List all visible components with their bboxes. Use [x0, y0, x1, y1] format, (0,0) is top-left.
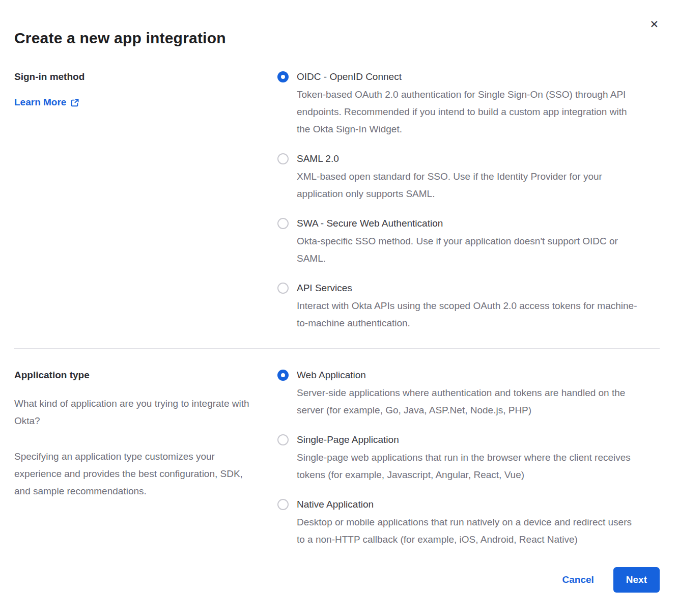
- radio-option-swa[interactable]: SWA - Secure Web Authentication Okta-spe…: [277, 218, 642, 267]
- radio-option-description: XML-based open standard for SSO. Use if …: [297, 168, 642, 203]
- application-type-section: Application type What kind of applicatio…: [14, 370, 660, 548]
- section-divider: [14, 348, 660, 349]
- application-type-options: Web Application Server-side applications…: [277, 370, 642, 548]
- radio-option-description: Single-page web applications that run in…: [297, 449, 642, 484]
- sign-in-method-section: Sign-in method Learn More OIDC - OpenID …: [14, 71, 660, 332]
- radio-option-native-application[interactable]: Native Application Desktop or mobile app…: [277, 499, 642, 548]
- radio-unselected-icon[interactable]: [277, 499, 289, 510]
- radio-option-description: Token-based OAuth 2.0 authentication for…: [297, 86, 642, 138]
- learn-more-label: Learn More: [14, 97, 66, 108]
- radio-option-web-application[interactable]: Web Application Server-side applications…: [277, 370, 642, 419]
- radio-option-description: Desktop or mobile applications that run …: [297, 514, 642, 548]
- learn-more-link[interactable]: Learn More: [14, 97, 79, 108]
- radio-option-api-services[interactable]: API Services Interact with Okta APIs usi…: [277, 283, 642, 332]
- next-button[interactable]: Next: [613, 567, 660, 593]
- application-type-label: Application type: [14, 370, 267, 381]
- radio-option-oidc[interactable]: OIDC - OpenID Connect Token-based OAuth …: [277, 71, 642, 138]
- radio-option-label: OIDC - OpenID Connect: [297, 71, 642, 82]
- dialog-title: Create a new app integration: [14, 30, 660, 47]
- radio-option-description: Server-side applications where authentic…: [297, 384, 642, 419]
- radio-option-label: Native Application: [297, 499, 642, 510]
- create-app-integration-dialog: ✕ Create a new app integration Sign-in m…: [0, 0, 678, 616]
- external-link-icon: [70, 97, 79, 107]
- application-type-helper-1: What kind of application are you trying …: [14, 395, 259, 430]
- cancel-button[interactable]: Cancel: [562, 574, 594, 585]
- radio-selected-icon[interactable]: [277, 370, 289, 381]
- radio-option-label: Web Application: [297, 370, 642, 381]
- dialog-footer: Cancel Next: [562, 567, 660, 593]
- radio-unselected-icon[interactable]: [277, 434, 289, 445]
- radio-option-label: SWA - Secure Web Authentication: [297, 218, 642, 229]
- radio-option-label: API Services: [297, 283, 642, 294]
- close-icon[interactable]: ✕: [649, 19, 659, 30]
- radio-option-description: Okta-specific SSO method. Use if your ap…: [297, 233, 642, 267]
- radio-option-single-page-application[interactable]: Single-Page Application Single-page web …: [277, 434, 642, 484]
- application-type-helper-2: Specifying an application type customize…: [14, 448, 259, 500]
- radio-selected-icon[interactable]: [277, 71, 289, 82]
- radio-option-label: SAML 2.0: [297, 153, 642, 164]
- radio-unselected-icon[interactable]: [277, 283, 289, 294]
- radio-unselected-icon[interactable]: [277, 153, 289, 164]
- radio-option-label: Single-Page Application: [297, 434, 642, 445]
- radio-unselected-icon[interactable]: [277, 218, 289, 229]
- sign-in-method-label: Sign-in method: [14, 71, 267, 82]
- sign-in-method-options: OIDC - OpenID Connect Token-based OAuth …: [277, 71, 642, 332]
- radio-option-saml[interactable]: SAML 2.0 XML-based open standard for SSO…: [277, 153, 642, 203]
- radio-option-description: Interact with Okta APIs using the scoped…: [297, 297, 642, 332]
